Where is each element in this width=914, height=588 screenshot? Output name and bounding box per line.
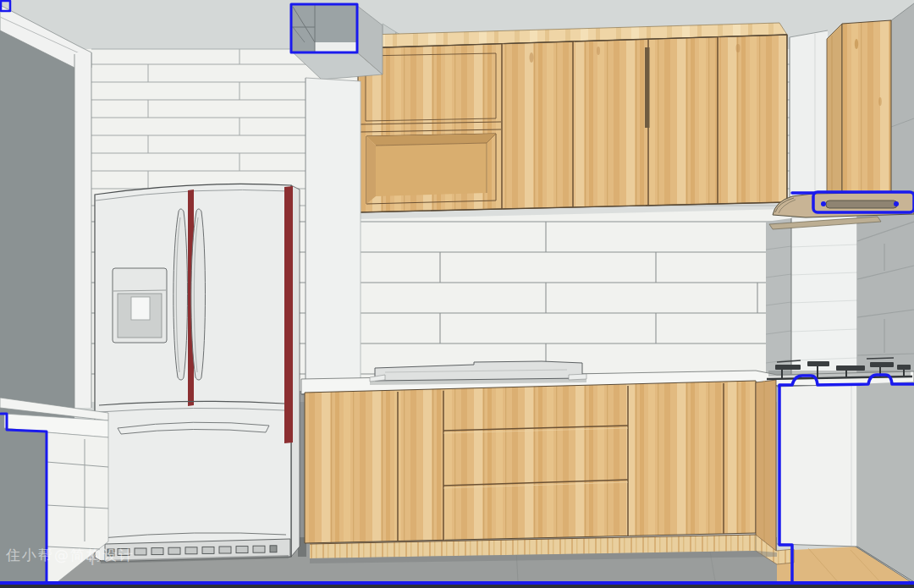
floor-front-edge (0, 581, 914, 585)
upper-wall-cabinets[interactable] (358, 23, 787, 219)
base-cabinets[interactable] (305, 380, 794, 564)
fridge-handle-left (173, 209, 188, 380)
water-dispenser[interactable] (113, 268, 167, 343)
watermark-plus-mark: + (85, 548, 100, 569)
base-cabinet-end-panel (756, 380, 776, 551)
refrigerator[interactable] (95, 184, 300, 563)
fridge-trim-right (284, 186, 293, 443)
cabinet-handle-groove (645, 47, 650, 128)
render-viewport: 住小帮@简构设计 + (0, 0, 914, 588)
wall-column (306, 78, 361, 393)
right-wall-corner (766, 216, 857, 382)
fridge-handle-right (191, 209, 206, 380)
tall-white-panel[interactable] (790, 30, 828, 197)
bottom-strip (0, 585, 914, 588)
tall-wood-cabinet[interactable] (827, 20, 891, 201)
watermark: 住小帮@简构设计 (6, 546, 135, 565)
